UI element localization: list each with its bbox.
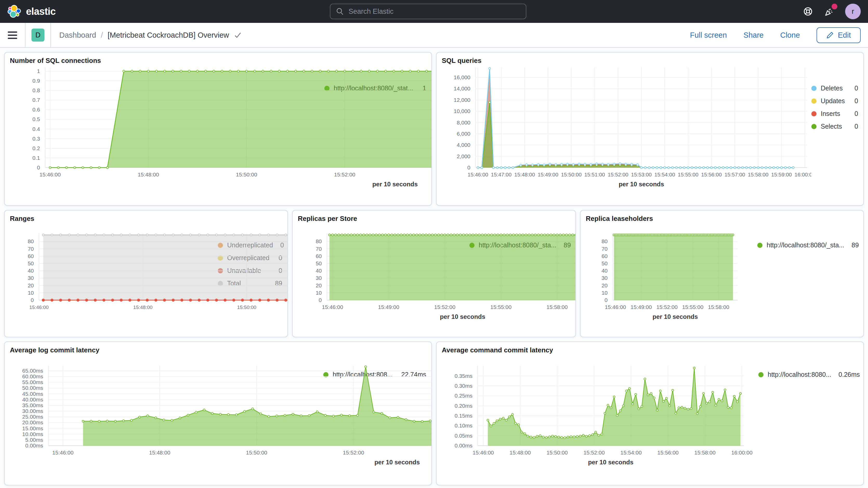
svg-text:30: 30 <box>316 275 322 281</box>
svg-text:15:54:00: 15:54:00 <box>620 450 642 456</box>
svg-text:15:52:00: 15:52:00 <box>334 172 355 178</box>
svg-text:15:49:00: 15:49:00 <box>538 172 558 178</box>
svg-text:10: 10 <box>316 290 322 296</box>
logo-text: elastic <box>26 6 56 17</box>
svg-text:10.00ms: 10.00ms <box>22 431 43 437</box>
newsfeed-icon[interactable] <box>824 6 834 17</box>
legend-item[interactable]: http://localhost:8080...0.26ms <box>758 371 858 378</box>
panel-sql-queries: SQL queries15:46:0015:47:0015:48:0015:49… <box>436 52 864 206</box>
panel-title-avg-command-commit-latency: Average command commit latency <box>442 346 858 354</box>
svg-text:0: 0 <box>31 297 34 303</box>
svg-text:0.20ms: 0.20ms <box>455 403 472 409</box>
chart-canvas[interactable]: 15:46:0015:49:0015:52:0015:55:0015:58:00… <box>298 223 576 332</box>
svg-text:0: 0 <box>319 297 322 303</box>
svg-text:5.00ms: 5.00ms <box>25 437 43 443</box>
legend-value: 0 <box>851 85 858 92</box>
chart-sql-queries[interactable]: 15:46:0015:47:0015:48:0015:49:0015:50:00… <box>442 65 811 201</box>
svg-text:0.4: 0.4 <box>32 126 40 132</box>
chart-canvas[interactable]: 15:46:0015:47:0015:48:0015:49:0015:50:00… <box>442 65 811 201</box>
svg-text:70: 70 <box>316 246 322 252</box>
svg-text:0.30ms: 0.30ms <box>455 383 472 389</box>
legend-item[interactable]: Selects0 <box>811 123 858 130</box>
svg-text:15:46:00: 15:46:00 <box>322 304 343 310</box>
svg-text:15:55:00: 15:55:00 <box>678 172 698 178</box>
legend-value: 0 <box>851 123 858 130</box>
user-avatar[interactable]: r <box>845 4 861 19</box>
legend-label: Selects <box>821 123 842 130</box>
share-button[interactable]: Share <box>744 31 764 39</box>
chart-canvas[interactable]: 15:46:0015:48:0015:50:0015:52:0015:54:00… <box>10 354 432 481</box>
panel-title-replica-leaseholders: Replica leaseholders <box>586 215 858 223</box>
legend-dot <box>757 243 763 248</box>
chart-ranges[interactable]: 15:46:0015:48:0015:50:0015:52:0015:54:00… <box>10 223 218 332</box>
panel-title-sql-queries: SQL queries <box>442 57 858 65</box>
legend-item[interactable]: Updates0 <box>811 97 858 105</box>
chart-sql-connections[interactable]: 15:46:0015:48:0015:50:0015:52:0015:54:00… <box>10 65 324 201</box>
svg-text:45.00ms: 45.00ms <box>22 391 43 397</box>
panel-replica-leaseholders: Replica leaseholders15:46:0015:49:0015:5… <box>580 210 864 337</box>
dashboard-row-1: Number of SQL connections15:46:0015:48:0… <box>4 52 864 206</box>
chart-canvas[interactable]: 15:46:0015:48:0015:50:0015:52:0015:54:00… <box>442 354 758 481</box>
svg-text:15:48:00: 15:48:00 <box>509 450 531 456</box>
page-title: [Metricbeat CockroachDB] Overview <box>107 31 229 39</box>
svg-text:40: 40 <box>28 268 34 274</box>
legend-label: http://localhost:8080... <box>768 371 831 378</box>
svg-text:20: 20 <box>28 282 34 288</box>
dashboard-row-2: Ranges15:46:0015:48:0015:50:0015:52:0015… <box>4 210 864 337</box>
svg-text:35.00ms: 35.00ms <box>22 402 43 408</box>
legend-dot <box>811 124 816 129</box>
svg-text:50: 50 <box>601 261 608 266</box>
panel-ranges: Ranges15:46:0015:48:0015:50:0015:52:0015… <box>4 210 288 337</box>
clone-button[interactable]: Clone <box>780 31 800 39</box>
chart-replica-leaseholders[interactable]: 15:46:0015:49:0015:52:0015:55:0015:58:00… <box>586 223 757 332</box>
edit-button[interactable]: Edit <box>816 27 861 43</box>
svg-text:60.00ms: 60.00ms <box>22 373 43 379</box>
svg-text:15:48:00: 15:48:00 <box>138 172 159 178</box>
toolbar: D Dashboard / [Metricbeat CockroachDB] O… <box>0 23 868 48</box>
svg-text:60: 60 <box>601 253 608 259</box>
svg-text:20: 20 <box>316 282 322 288</box>
elastic-logo[interactable]: elastic <box>7 4 56 19</box>
svg-text:14,000: 14,000 <box>454 86 470 91</box>
dashboard-grid: Number of SQL connections15:46:0015:48:0… <box>0 48 868 488</box>
breadcrumb-dashboard[interactable]: Dashboard <box>59 31 96 39</box>
svg-text:10: 10 <box>601 290 608 296</box>
svg-text:6,000: 6,000 <box>457 131 470 137</box>
app: elastic Search Elastic <box>0 0 868 488</box>
legend-value: 0 <box>851 110 858 118</box>
legend-item[interactable]: http://localhost:8080/_sta...89 <box>757 241 858 249</box>
legend-label: Inserts <box>821 110 840 118</box>
svg-text:2,000: 2,000 <box>457 153 470 159</box>
svg-text:15:51:00: 15:51:00 <box>585 172 605 178</box>
chart-canvas[interactable]: 15:46:0015:48:0015:50:0015:52:0015:54:00… <box>10 65 432 201</box>
chart-avg-command-commit-latency[interactable]: 15:46:0015:48:0015:50:0015:52:0015:54:00… <box>442 354 758 481</box>
help-icon[interactable] <box>803 6 813 17</box>
app-badge-section: D <box>26 23 51 47</box>
svg-text:15:46:00: 15:46:00 <box>52 450 73 456</box>
svg-text:8,000: 8,000 <box>457 120 470 125</box>
svg-text:0.3: 0.3 <box>32 135 40 142</box>
svg-text:15:48:00: 15:48:00 <box>514 172 535 178</box>
svg-text:15:52:00: 15:52:00 <box>583 450 605 456</box>
legend-item[interactable]: Inserts0 <box>811 110 858 118</box>
chart-avg-log-commit-latency[interactable]: 15:46:0015:48:0015:50:0015:52:0015:54:00… <box>10 354 323 481</box>
legend-item[interactable]: Deletes0 <box>811 85 858 92</box>
svg-text:40: 40 <box>316 268 322 274</box>
search-input[interactable]: Search Elastic <box>330 4 526 19</box>
legend-value: 0.26ms <box>836 371 860 378</box>
chart-replicas-per-store[interactable]: 15:46:0015:49:0015:52:0015:55:0015:58:00… <box>298 223 469 332</box>
title-check-icon[interactable] <box>234 31 241 39</box>
svg-text:0: 0 <box>604 297 608 303</box>
svg-text:15:58:00: 15:58:00 <box>708 304 729 310</box>
nav-menu-button[interactable] <box>0 23 26 47</box>
full-screen-button[interactable]: Full screen <box>690 31 727 39</box>
svg-text:15:46:00: 15:46:00 <box>39 172 61 178</box>
svg-text:0.10ms: 0.10ms <box>455 423 472 428</box>
chart-canvas[interactable]: 15:46:0015:48:0015:50:0015:52:0015:54:00… <box>10 223 288 332</box>
svg-text:70: 70 <box>28 246 34 252</box>
chart-canvas[interactable]: 15:46:0015:49:0015:52:0015:55:0015:58:00… <box>586 223 757 332</box>
svg-text:60: 60 <box>316 253 322 259</box>
svg-text:per 10 seconds: per 10 seconds <box>588 459 633 466</box>
dashboard-row-3: Average log commit latency15:46:0015:48:… <box>4 341 864 485</box>
dashboard-app-badge[interactable]: D <box>31 29 44 41</box>
